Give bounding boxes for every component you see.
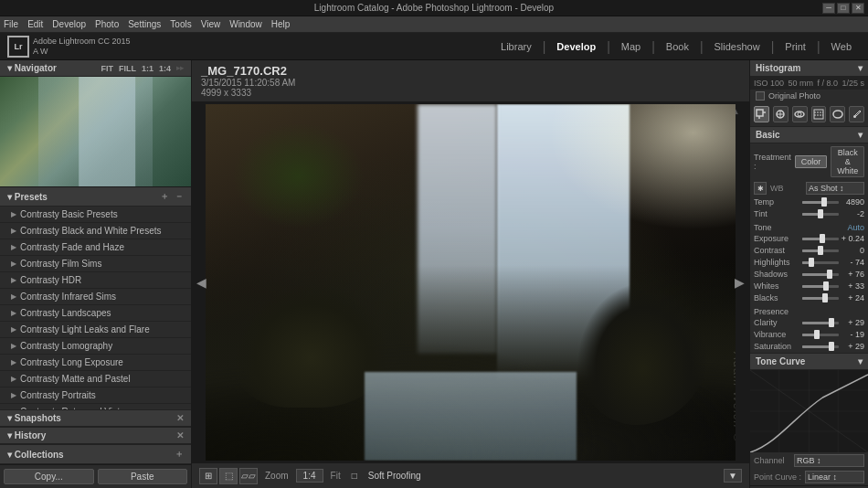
preset-group-fade[interactable]: ▶ Contrasty Fade and Haze: [0, 239, 191, 255]
preset-group-matte[interactable]: ▶ Contrasty Matte and Pastel: [0, 371, 191, 387]
zoom-1to1[interactable]: 1:1: [142, 64, 153, 73]
copy-button[interactable]: Copy...: [4, 469, 94, 484]
tab-map[interactable]: Map: [612, 38, 650, 55]
preset-minus-icon[interactable]: －: [175, 190, 184, 203]
clarity-thumb[interactable]: [829, 318, 834, 327]
tint-slider[interactable]: [802, 213, 839, 216]
toolbar-dropdown[interactable]: ▼: [724, 469, 742, 483]
image-scroll-right[interactable]: ▶: [735, 275, 745, 290]
tab-library[interactable]: Library: [492, 38, 541, 55]
tool-redeye[interactable]: [792, 106, 808, 122]
collections-header[interactable]: ▾ Collections ＋: [0, 444, 191, 464]
compare-view-btn[interactable]: ▱▱: [239, 468, 258, 484]
tab-print[interactable]: Print: [776, 38, 815, 55]
loupe-view-btn[interactable]: ⬚: [219, 468, 238, 484]
saturation-thumb[interactable]: [829, 342, 834, 351]
menu-file[interactable]: File: [4, 19, 18, 29]
preset-group-bw[interactable]: ▶ Contrasty Black and White Presets: [0, 223, 191, 239]
contrast-slider[interactable]: [802, 249, 839, 252]
paste-button[interactable]: Paste: [98, 469, 188, 484]
vibrance-slider-row: Vibrance - 19: [750, 329, 868, 340]
contrast-thumb[interactable]: [818, 246, 823, 255]
collections-add-icon[interactable]: ＋: [175, 448, 184, 461]
soft-proofing-text[interactable]: Soft Proofing: [368, 471, 421, 481]
preset-group-2: ▶ Contrasty Fade and Haze: [0, 239, 191, 256]
maximize-button[interactable]: □: [837, 3, 850, 14]
highlights-slider[interactable]: [802, 261, 839, 264]
tone-curve-svg: [750, 370, 868, 452]
close-button[interactable]: ✕: [852, 3, 864, 14]
tone-curve-section: Tone Curve ▾ Channel: [750, 353, 868, 485]
preset-group-longexp[interactable]: ▶ Contrasty Long Exposure: [0, 355, 191, 370]
menu-tools[interactable]: Tools: [170, 19, 191, 29]
tone-curve-header[interactable]: Tone Curve ▾: [750, 354, 868, 370]
histogram-header[interactable]: Histogram ▾: [750, 60, 868, 77]
tab-web[interactable]: Web: [822, 38, 861, 55]
shadows-thumb[interactable]: [827, 270, 832, 279]
tc-channel-select[interactable]: RGB ↕: [794, 454, 864, 467]
image-scroll-left[interactable]: ◀: [196, 275, 206, 290]
wb-select[interactable]: As Shot ↕: [806, 182, 864, 195]
presets-header[interactable]: ▾ Presets ＋ －: [0, 187, 191, 207]
whites-slider[interactable]: [802, 285, 839, 288]
menu-window[interactable]: Window: [229, 19, 262, 29]
zoom-1to4[interactable]: 1:4: [159, 64, 171, 73]
zoom-fill[interactable]: FILL: [119, 64, 136, 73]
clarity-slider[interactable]: [802, 322, 839, 324]
menu-edit[interactable]: Edit: [27, 19, 43, 29]
preset-group-infrared[interactable]: ▶ Contrasty Infrared Sims: [0, 289, 191, 304]
exposure-slider[interactable]: [802, 238, 839, 240]
temp-slider[interactable]: [802, 201, 839, 204]
preset-add-icon[interactable]: ＋: [160, 190, 169, 203]
preset-group-lomo[interactable]: ▶ Contrasty Lomography: [0, 338, 191, 354]
tool-spot[interactable]: [773, 106, 789, 122]
tab-book[interactable]: Book: [657, 38, 698, 55]
whites-thumb[interactable]: [823, 281, 829, 291]
original-photo-checkbox[interactable]: [756, 91, 765, 101]
auto-btn[interactable]: Auto: [847, 223, 864, 232]
saturation-slider[interactable]: [802, 345, 839, 348]
preset-group-lightleaks[interactable]: ▶ Contrasty Light Leaks and Flare: [0, 322, 191, 337]
vibrance-thumb[interactable]: [814, 330, 820, 339]
menu-settings[interactable]: Settings: [128, 19, 161, 29]
tint-thumb[interactable]: [818, 209, 823, 218]
shadows-slider[interactable]: [802, 273, 839, 276]
tc-point-curve-select[interactable]: Linear ↕: [805, 471, 864, 483]
preset-group-hdr[interactable]: ▶ Contrasty HDR: [0, 272, 191, 288]
grid-view-btn[interactable]: ⊞: [199, 468, 217, 484]
snapshots-header[interactable]: ▾ Snapshots ✕: [0, 409, 191, 427]
history-header[interactable]: ▾ History ✕: [0, 427, 191, 444]
tool-gradient[interactable]: [811, 106, 827, 122]
zoom-value[interactable]: 1:4: [296, 469, 323, 483]
snapshots-add-icon[interactable]: ✕: [176, 413, 184, 423]
vibrance-slider[interactable]: [802, 334, 839, 336]
blacks-thumb[interactable]: [822, 293, 828, 302]
minimize-button[interactable]: ─: [822, 3, 835, 14]
menu-photo[interactable]: Photo: [95, 19, 119, 29]
menu-view[interactable]: View: [201, 19, 221, 29]
zoom-fit-label[interactable]: Fit: [331, 471, 341, 481]
tool-radial[interactable]: [830, 106, 845, 122]
treatment-bw-btn[interactable]: Black & White: [831, 146, 864, 177]
blacks-slider[interactable]: [802, 297, 839, 300]
menu-help[interactable]: Help: [271, 19, 291, 29]
highlights-thumb[interactable]: [809, 258, 814, 267]
navigator-header[interactable]: ▾ Navigator FIT FILL 1:1 1:4 ▸▸: [0, 60, 191, 77]
basic-section-header[interactable]: Basic ▾: [750, 127, 868, 143]
preset-group-contrasty-basic[interactable]: ▶ Contrasty Basic Presets: [0, 207, 191, 222]
tool-brush[interactable]: [849, 106, 864, 122]
menu-develop[interactable]: Develop: [52, 19, 86, 29]
tool-crop[interactable]: [754, 106, 769, 122]
treatment-color-btn[interactable]: Color: [795, 155, 828, 168]
preset-group-portraits[interactable]: ▶ Contrasty Portraits: [0, 387, 191, 403]
svg-point-12: [853, 115, 856, 118]
preset-group-landscapes[interactable]: ▶ Contrasty Landscapes: [0, 305, 191, 321]
tab-slideshow[interactable]: Slideshow: [705, 38, 769, 55]
history-clear-icon[interactable]: ✕: [176, 430, 184, 440]
exposure-thumb[interactable]: [820, 234, 825, 243]
wb-dropper-icon[interactable]: ✱: [754, 182, 767, 195]
temp-thumb[interactable]: [821, 197, 827, 207]
preset-group-filmsim[interactable]: ▶ Contrasty Film Sims: [0, 256, 191, 271]
tab-develop[interactable]: Develop: [547, 38, 605, 55]
zoom-fit[interactable]: FIT: [101, 64, 113, 73]
